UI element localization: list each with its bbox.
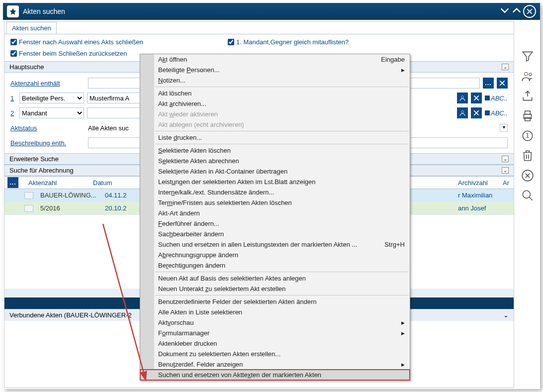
svg-point-1 <box>461 110 464 113</box>
mi-formular[interactable]: Formularmanager▶ <box>140 328 410 338</box>
mi-allesel[interactable]: Alle Akten in Liste selektieren <box>140 307 410 317</box>
mi-liste[interactable]: Liste drucken... <box>140 132 410 143</box>
titlebar: Akten suchen <box>3 3 540 20</box>
abc-link-2[interactable]: ABC.. <box>485 109 508 117</box>
status-value: Alle Akten suc <box>88 124 129 132</box>
svg-rect-6 <box>525 117 531 121</box>
check-close-after[interactable]: Fenster nach Auswahl eines Akts schließe… <box>10 38 143 46</box>
col-aktenzahl[interactable]: Aktenzahl <box>24 179 89 187</box>
people-icon[interactable] <box>521 70 534 83</box>
mi-sachb[interactable]: Sachbearbeiter ändern <box>140 229 410 239</box>
label-aktenzahl[interactable]: Aktenzahl enthält <box>10 80 60 87</box>
mi-abrgrp[interactable]: Abrechnungsgruppe ändern <box>140 250 410 260</box>
export-icon[interactable] <box>521 90 534 102</box>
caret-icon[interactable]: ⌄ <box>503 311 509 319</box>
window-title: Akten suchen <box>23 7 499 15</box>
tab-search[interactable]: Akten suchen <box>6 22 57 34</box>
cancel-icon[interactable] <box>521 169 534 182</box>
combo-beteiligte[interactable]: Beteiligte Pers. <box>19 93 84 103</box>
abc-link[interactable]: ABC.. <box>485 95 508 102</box>
mi-stunden[interactable]: Interne/kalk./ext. Stundensätze ändern..… <box>140 187 410 197</box>
mi-aktart[interactable]: Akt-Art ändern <box>140 208 410 218</box>
table-menu-button[interactable]: ... <box>7 177 18 188</box>
mi-personen[interactable]: Beteiligte Personen...▶ <box>140 65 410 75</box>
check-reset[interactable]: Fenster beim Schließen zurücksetzen <box>10 50 127 57</box>
label-status[interactable]: Aktstatus <box>10 124 37 132</box>
col-datum[interactable]: Datum <box>89 179 120 187</box>
mi-kleber[interactable]: Aktenkleber drucken <box>140 338 410 349</box>
svg-rect-5 <box>525 111 531 114</box>
tabbar: Akten suchen <box>4 21 514 34</box>
mi-sdel[interactable]: Selektierte Akten löschen <box>140 145 410 156</box>
caret-icon[interactable]: ⌄ <box>502 156 509 162</box>
toolbar-side: 1 <box>515 20 540 389</box>
mi-reakt: Akt wieder aktivieren <box>140 109 410 119</box>
star-icon <box>7 5 19 17</box>
close-icon[interactable] <box>523 5 536 18</box>
chevron-down-icon[interactable] <box>499 5 510 16</box>
funnel-icon[interactable] <box>521 50 534 63</box>
check-list-mandant[interactable]: 1. Mandant,Gegner gleich mitauflisten? <box>228 38 349 46</box>
mi-notizen[interactable]: Notizen... <box>140 75 410 86</box>
context-menu: Akt öffnenEingabe Beteiligte Personen...… <box>140 54 410 381</box>
svg-text:1: 1 <box>526 131 530 139</box>
mi-ablegen: Akt ablegen (echt archivieren) <box>140 119 410 130</box>
row-num-2: 2 <box>10 109 16 117</box>
mi-sabr[interactable]: Selektierte Akten abrechnen <box>140 156 410 166</box>
dropdown-icon[interactable]: ▾ <box>500 124 508 132</box>
search-icon[interactable] <box>521 189 534 202</box>
print-icon[interactable] <box>521 109 534 122</box>
mi-suchlst[interactable]: Suchen und ersetzen in allen Leistungste… <box>140 239 410 250</box>
mi-open[interactable]: Akt öffnenEingabe <box>140 54 410 65</box>
mi-suchakt[interactable]: Suchen und ersetzen von Akttexten der ma… <box>140 370 410 380</box>
mi-vorschau[interactable]: Aktvorschau▶ <box>140 317 410 328</box>
mi-berecht[interactable]: Berechtigungen ändern <box>140 260 410 271</box>
mi-arch[interactable]: Akt archivieren... <box>140 98 410 109</box>
coin-icon[interactable]: 1 <box>521 129 534 142</box>
trash-icon[interactable] <box>521 149 534 162</box>
mi-slst[interactable]: Leistungen der selektierten Akten im Lst… <box>140 177 410 187</box>
folder-icon <box>24 205 33 212</box>
chevron-up-icon[interactable] <box>511 5 522 16</box>
mi-del[interactable]: Akt löschen <box>140 88 410 98</box>
mi-neusel[interactable]: Neuen Akt auf Basis des selektierten Akt… <box>140 273 410 284</box>
mi-benutzer[interactable]: Benutzerdefinierte Felder der selektiert… <box>140 296 410 307</box>
svg-point-2 <box>525 72 528 76</box>
col-ar[interactable]: Ar <box>499 179 514 187</box>
mi-termine[interactable]: Termine/Fristen aus selektierten Akten l… <box>140 197 410 208</box>
mi-feder[interactable]: Federführer ändern... <box>140 218 410 229</box>
svg-point-10 <box>523 191 530 198</box>
caret-icon[interactable]: ⌄ <box>502 64 509 70</box>
clear-button-3[interactable] <box>471 107 482 118</box>
person-button[interactable] <box>457 93 468 103</box>
mi-dok[interactable]: Dokument zu selektierten Akten erstellen… <box>140 349 410 359</box>
mi-neuunter[interactable]: Neuen Unterakt zu selektiertem Akt erste… <box>140 284 410 294</box>
mi-bfelder[interactable]: Benutzerdef. Felder anzeigen▶ <box>140 359 410 370</box>
col-archiv[interactable]: Archivzahl <box>454 179 499 187</box>
svg-point-3 <box>529 73 532 76</box>
clear-button-2[interactable] <box>471 93 482 103</box>
person-button-2[interactable] <box>457 107 468 118</box>
svg-point-0 <box>461 96 464 98</box>
clear-button[interactable] <box>497 78 508 89</box>
folder-icon <box>24 192 33 199</box>
caret-icon[interactable]: ⌄ <box>502 167 509 174</box>
more-button[interactable]: ... <box>483 78 494 89</box>
row-num-1: 1 <box>10 95 16 102</box>
combo-mandant[interactable]: Mandant <box>19 107 84 118</box>
mi-scont[interactable]: Selektierte Akten in Akt-Container übert… <box>140 166 410 177</box>
label-beschr[interactable]: Beschreibung enth. <box>10 139 66 147</box>
